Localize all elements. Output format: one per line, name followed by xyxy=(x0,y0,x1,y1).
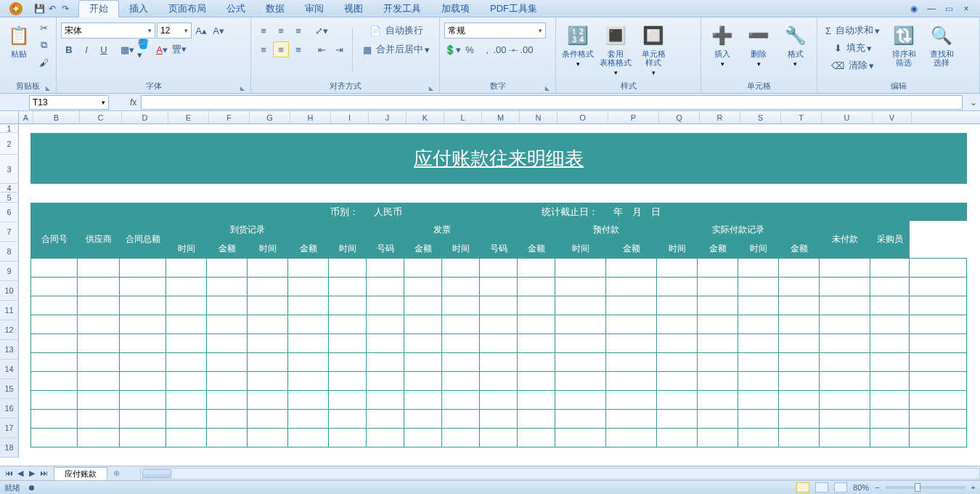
currency-icon[interactable]: 💲▾ xyxy=(444,41,460,57)
col-header[interactable]: F xyxy=(209,111,250,124)
cell[interactable] xyxy=(910,372,967,391)
cell[interactable] xyxy=(166,315,207,334)
cell[interactable] xyxy=(120,259,166,278)
cell[interactable] xyxy=(480,334,518,353)
cell[interactable] xyxy=(120,315,166,334)
cell[interactable] xyxy=(207,353,248,372)
underline-button[interactable]: U xyxy=(96,41,112,57)
cell[interactable] xyxy=(657,334,698,353)
cell[interactable] xyxy=(738,353,779,372)
cell[interactable] xyxy=(166,372,207,391)
cell[interactable] xyxy=(738,410,779,429)
col-header[interactable]: D xyxy=(122,111,168,124)
col-header[interactable]: E xyxy=(168,111,209,124)
cell[interactable] xyxy=(31,315,78,334)
cell[interactable] xyxy=(207,259,248,278)
cell[interactable] xyxy=(910,334,967,353)
save-icon[interactable]: 💾 xyxy=(33,3,45,15)
cell[interactable] xyxy=(820,353,870,372)
cell[interactable] xyxy=(120,334,166,353)
cell[interactable] xyxy=(910,391,967,410)
cell[interactable] xyxy=(442,391,480,410)
row-header[interactable]: 18 xyxy=(0,438,19,458)
cell[interactable] xyxy=(820,259,870,278)
col-header[interactable]: B xyxy=(33,111,80,124)
align-left-icon[interactable]: ≡ xyxy=(256,41,271,57)
ribbon-tab-3[interactable]: 公式 xyxy=(216,0,256,17)
cell[interactable] xyxy=(166,278,207,296)
cell[interactable] xyxy=(820,429,870,448)
cell[interactable] xyxy=(657,278,698,296)
zoom-in-icon[interactable]: + xyxy=(971,483,976,492)
cell[interactable] xyxy=(555,391,606,410)
cell[interactable] xyxy=(698,353,738,372)
cell[interactable] xyxy=(248,372,288,391)
shrink-font-icon[interactable]: A▾ xyxy=(211,23,226,39)
cell[interactable] xyxy=(120,353,166,372)
cell[interactable] xyxy=(779,429,820,448)
ribbon-tab-0[interactable]: 开始 xyxy=(78,0,119,17)
cell[interactable] xyxy=(248,315,288,334)
row-header[interactable]: 16 xyxy=(0,399,19,418)
fill-color-button[interactable]: 🪣▾ xyxy=(136,41,152,57)
cell[interactable] xyxy=(442,315,480,334)
cell[interactable] xyxy=(910,410,967,429)
cell[interactable] xyxy=(738,372,779,391)
cell[interactable] xyxy=(404,278,442,296)
format-cells-button[interactable]: 🔧格式▾ xyxy=(779,20,812,68)
cell[interactable] xyxy=(518,315,555,334)
cell[interactable] xyxy=(78,372,120,391)
col-header[interactable]: H xyxy=(290,111,331,124)
cell[interactable] xyxy=(820,315,870,334)
cell[interactable] xyxy=(248,334,288,353)
cell[interactable] xyxy=(555,296,606,315)
align-middle-icon[interactable]: ≡ xyxy=(273,23,289,39)
cell[interactable] xyxy=(442,429,480,448)
cell[interactable] xyxy=(870,296,910,315)
cell[interactable] xyxy=(555,334,606,353)
cell[interactable] xyxy=(606,410,657,429)
cell[interactable] xyxy=(820,334,870,353)
tab-nav-next-icon[interactable]: ▶ xyxy=(26,469,38,478)
cell[interactable] xyxy=(78,315,120,334)
cell[interactable] xyxy=(870,429,910,448)
ribbon-tab-4[interactable]: 数据 xyxy=(256,0,295,17)
cell[interactable] xyxy=(367,315,404,334)
cell[interactable] xyxy=(207,296,248,315)
undo-icon[interactable]: ↶ xyxy=(46,3,58,15)
cell[interactable] xyxy=(288,429,329,448)
cell[interactable] xyxy=(606,315,657,334)
expand-formula-icon[interactable]: ⌄ xyxy=(967,97,980,108)
col-header[interactable]: Q xyxy=(659,111,700,124)
cell[interactable] xyxy=(779,278,820,296)
ribbon-tab-7[interactable]: 开发工具 xyxy=(373,0,431,17)
table-format-button[interactable]: 🔳套用 表格格式▾ xyxy=(598,20,633,76)
cell[interactable] xyxy=(207,391,248,410)
col-header[interactable]: M xyxy=(482,111,520,124)
cell[interactable] xyxy=(166,259,207,278)
cell[interactable] xyxy=(657,315,698,334)
cell[interactable] xyxy=(31,391,78,410)
cell[interactable] xyxy=(555,278,606,296)
cell[interactable] xyxy=(31,429,78,448)
italic-button[interactable]: I xyxy=(78,41,94,57)
cell[interactable] xyxy=(78,429,120,448)
cell[interactable] xyxy=(518,429,555,448)
row-header[interactable]: 14 xyxy=(0,360,19,379)
find-select-button[interactable]: 🔍查找和 选择 xyxy=(924,20,959,67)
col-header[interactable]: A xyxy=(19,111,33,124)
row-header[interactable]: 4 xyxy=(0,184,19,193)
cell[interactable] xyxy=(166,410,207,429)
row-header[interactable]: 10 xyxy=(0,281,19,301)
row-header[interactable]: 6 xyxy=(0,203,19,222)
cell[interactable] xyxy=(404,391,442,410)
paste-button[interactable]: 📋 粘贴 xyxy=(4,20,33,58)
sort-filter-button[interactable]: 🔃排序和 筛选 xyxy=(886,20,921,67)
cell[interactable] xyxy=(657,429,698,448)
align-right-icon[interactable]: ≡ xyxy=(290,41,306,57)
view-layout-icon[interactable] xyxy=(815,482,828,493)
cell[interactable] xyxy=(120,391,166,410)
cell[interactable] xyxy=(606,296,657,315)
cell[interactable] xyxy=(480,410,518,429)
merge-center-button[interactable]: ▦ 合并后居中 ▾ xyxy=(358,41,435,57)
